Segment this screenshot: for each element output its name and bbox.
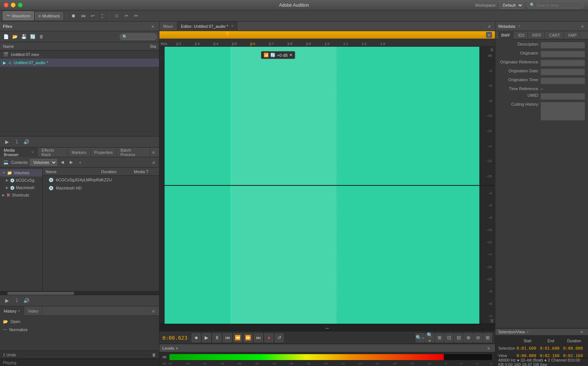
- skip-fwd-btn[interactable]: ⏭: [254, 333, 263, 342]
- meta-value-description[interactable]: [541, 42, 585, 49]
- zoom-out-full-btn[interactable]: ⊟: [454, 333, 463, 342]
- zoom-out-time-btn[interactable]: ⊖: [473, 333, 482, 342]
- fit-view-btn[interactable]: ⊞: [486, 32, 492, 38]
- close-history-icon[interactable]: ×: [18, 309, 20, 313]
- editor-tab-close[interactable]: ×: [231, 24, 234, 28]
- browser-menu-icon[interactable]: ≡: [150, 149, 157, 156]
- play-btn[interactable]: ▶: [202, 333, 211, 342]
- multitrack-mode-button[interactable]: ≡ Multitrack: [35, 12, 63, 20]
- history-open-item[interactable]: 📂 Open: [3, 317, 156, 326]
- browser-insert-btn[interactable]: ⤵: [13, 297, 21, 305]
- lasso-toolbar-btn[interactable]: ⊂: [113, 12, 121, 20]
- meta-tab-bwf[interactable]: BWF: [498, 30, 513, 40]
- close-levels-icon[interactable]: ×: [176, 346, 178, 350]
- scroll-minimap[interactable]: ▬: [159, 324, 495, 331]
- record-toolbar-btn[interactable]: ⏺: [69, 12, 77, 20]
- nav-fwd-btn[interactable]: ▶: [67, 159, 75, 166]
- open-file-btn[interactable]: 📂: [11, 33, 19, 40]
- undo-delete-btn[interactable]: 🗑: [152, 353, 156, 357]
- tree-macintosh[interactable]: ▶ 💿 Macintosh: [0, 184, 42, 191]
- tab-batch-process[interactable]: Batch Process: [117, 148, 150, 157]
- waveform-canvas[interactable]: 📶 🔄 +0 dB ✕: [165, 47, 479, 324]
- autoplay-btn[interactable]: 🔊: [22, 138, 30, 146]
- meta-value-orig-time[interactable]: [541, 78, 585, 84]
- browser-file-bcgc[interactable]: 💿 bCGCxSgJG4yLMRrpRdKZ2U: [43, 176, 159, 184]
- contents-select[interactable]: Volumes: [30, 159, 57, 166]
- gain-popup[interactable]: 📶 🔄 +0 dB ✕: [261, 51, 295, 59]
- search-box[interactable]: 🔍: [526, 1, 584, 9]
- meta-tab-id3[interactable]: ID3: [515, 30, 528, 40]
- insert-into-multitrack-btn[interactable]: ⤵: [13, 138, 21, 146]
- selection-menu-icon[interactable]: ≡: [578, 329, 585, 335]
- search-input[interactable]: [536, 3, 581, 7]
- history-menu-icon[interactable]: ≡: [150, 308, 157, 314]
- rewind-toolbar-btn[interactable]: ⏮: [79, 12, 87, 20]
- browser-scrollbar-h[interactable]: [0, 291, 159, 295]
- meta-value-orig-ref[interactable]: [541, 60, 585, 66]
- filter-btn[interactable]: ⊿: [149, 159, 157, 166]
- zoom-full-btn[interactable]: ⊞: [483, 333, 492, 342]
- add-favorite-btn[interactable]: +: [76, 159, 84, 166]
- skip-back-btn[interactable]: ⏮: [223, 333, 232, 342]
- nav-back-btn[interactable]: ◀: [59, 159, 66, 166]
- tab-media-browser[interactable]: Media Browser ×: [0, 148, 38, 157]
- next-btn[interactable]: ⏩: [244, 333, 252, 342]
- record-btn[interactable]: ●: [264, 333, 273, 342]
- file-item-audio[interactable]: ▶ ♫ Untitled 07_audio *: [0, 59, 159, 67]
- delete-file-btn[interactable]: 🗑: [38, 33, 45, 40]
- file-item-video[interactable]: 🎬 Untitled 07.mov: [0, 50, 159, 59]
- prev-btn[interactable]: ⏪: [233, 333, 242, 342]
- stop-btn[interactable]: ■: [192, 333, 201, 342]
- zoom-in-time-btn[interactable]: ⊕: [464, 333, 473, 342]
- meta-value-coding-hist[interactable]: [541, 102, 585, 121]
- tree-volumes[interactable]: ▼ 📁 Volumes: [0, 169, 42, 177]
- meta-value-originator[interactable]: [541, 51, 585, 57]
- close-file-btn[interactable]: 🔄: [29, 33, 36, 40]
- tab-editor[interactable]: Editor: Untitled 07_audio * ×: [177, 22, 238, 31]
- tab-markers[interactable]: Markers: [68, 148, 90, 157]
- files-search-input[interactable]: [122, 34, 154, 39]
- waveform-area[interactable]: ⛶ 📶 🔄: [159, 47, 495, 324]
- selection-close-icon[interactable]: ×: [526, 330, 529, 334]
- save-file-btn[interactable]: 💾: [20, 33, 27, 40]
- meta-value-orig-date[interactable]: [541, 69, 585, 75]
- timeline-topbar[interactable]: ⊞: [159, 31, 495, 39]
- files-search-box[interactable]: [120, 33, 157, 40]
- select-toolbar-btn[interactable]: ⌶: [98, 12, 106, 20]
- maximize-button[interactable]: [18, 3, 23, 7]
- tree-bCGC[interactable]: ▶ 💿 bCGCxSg: [0, 177, 42, 184]
- metadata-close-icon[interactable]: ×: [518, 24, 521, 28]
- waveform-mode-button[interactable]: 〜 Waveform: [3, 11, 34, 20]
- loop-btn[interactable]: ↺: [275, 333, 284, 342]
- meta-tab-xmp[interactable]: XMP: [565, 30, 580, 40]
- play-preview-btn[interactable]: ▶: [3, 138, 11, 146]
- files-menu-icon[interactable]: ≡: [149, 23, 156, 30]
- zoom-fit-btn[interactable]: ⊡: [445, 333, 453, 342]
- tab-properties[interactable]: Properties: [90, 148, 117, 157]
- meta-tab-riff[interactable]: RIFF: [529, 30, 545, 40]
- tab-history[interactable]: History ×: [0, 306, 24, 316]
- editor-menu-icon[interactable]: ≡: [486, 23, 493, 30]
- metadata-menu-icon[interactable]: ≡: [579, 23, 586, 30]
- pencil-toolbar-btn[interactable]: ✏: [132, 12, 140, 20]
- close-button[interactable]: [4, 3, 9, 7]
- meta-value-umid[interactable]: [541, 93, 585, 100]
- minimize-button[interactable]: [11, 3, 16, 7]
- workspace-select[interactable]: Default: [499, 1, 523, 9]
- browser-speaker-btn[interactable]: 🔊: [22, 297, 30, 305]
- close-media-browser-icon[interactable]: ×: [32, 150, 34, 154]
- browse-computer-btn[interactable]: 💻: [2, 159, 10, 166]
- tab-mixer[interactable]: Mixer: [159, 22, 177, 31]
- browser-file-macintosh[interactable]: 💿 Macintosh HD: [43, 184, 159, 192]
- browser-play-btn[interactable]: ▶: [3, 297, 11, 305]
- tree-shortcuts[interactable]: ▶ ⌘ Shortcuts: [0, 191, 42, 199]
- tab-video[interactable]: Video: [24, 306, 42, 316]
- pause-btn[interactable]: ⏸: [212, 333, 221, 342]
- levels-menu-icon[interactable]: ≡: [485, 345, 492, 352]
- zoom-out-btn[interactable]: 🔍–: [416, 333, 425, 342]
- meta-tab-cart[interactable]: CART: [546, 30, 564, 40]
- crop-toolbar-btn[interactable]: ✂: [122, 12, 131, 20]
- tab-effects-rack[interactable]: Effects Rack: [38, 148, 68, 157]
- new-file-btn[interactable]: 📄: [2, 33, 10, 40]
- zoom-sel-btn[interactable]: ⊞: [435, 333, 444, 342]
